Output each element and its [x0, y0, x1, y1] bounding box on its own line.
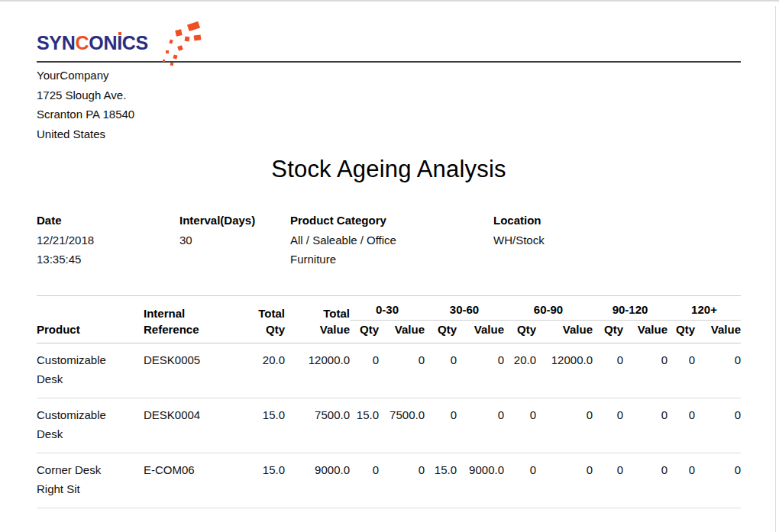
address-line: United States — [37, 124, 741, 144]
company-logo: SYNCONICS — [37, 20, 741, 56]
meta-value: All / Saleable / Office — [290, 231, 451, 250]
bucket-value-cell: 0 — [593, 343, 623, 398]
stock-ageing-table: Internal Total Total 0-30 30-60 60-90 90… — [37, 295, 741, 508]
bucket-header-30-60: 30-60 — [425, 295, 504, 320]
header-qty: Qty — [593, 320, 623, 343]
logo-part: SYN — [37, 32, 76, 53]
logo-dotted-i: I — [117, 32, 122, 54]
total-value-cell: 12000.0 — [285, 343, 350, 398]
bucket-value-cell: 0 — [350, 453, 379, 508]
meta-interval: Interval(Days) 30 — [179, 211, 290, 269]
synconics-logo-text: SYNCONICS — [37, 32, 148, 54]
bucket-header-60-90: 60-90 — [504, 295, 593, 320]
total-value-cell: 9000.0 — [285, 453, 350, 508]
page-title: Stock Ageing Analysis — [37, 156, 741, 183]
logo-part: CS — [122, 32, 148, 53]
bucket-value-cell: 7500.0 — [379, 398, 425, 453]
company-name: YourCompany — [37, 66, 741, 85]
bucket-header-120plus: 120+ — [667, 295, 741, 320]
table-header: Internal Total Total 0-30 30-60 60-90 90… — [37, 295, 741, 343]
table-row: Customizable DeskDESK000415.07500.015.07… — [37, 398, 741, 453]
reference-cell: DESK0005 — [144, 343, 231, 398]
table-row: Customizable DeskDESK000520.012000.00000… — [37, 343, 741, 398]
meta-value: 30 — [179, 231, 290, 250]
header-product: Product — [37, 320, 144, 343]
bucket-value-cell: 0 — [536, 453, 593, 508]
address-line: 1725 Slough Ave. — [37, 85, 741, 105]
table-body: Customizable DeskDESK000520.012000.00000… — [37, 343, 741, 508]
bucket-value-cell: 0 — [667, 343, 695, 398]
bucket-value-cell: 0 — [350, 343, 379, 398]
logo-part: ON — [89, 32, 117, 53]
bucket-group-header-row: Internal Total Total 0-30 30-60 60-90 90… — [37, 295, 741, 320]
bucket-value-cell: 0 — [667, 398, 695, 453]
report-page: SYNCONICS YourCompany 1725 Slough Ave. S… — [0, 0, 779, 532]
bucket-value-cell: 0 — [667, 453, 695, 508]
bucket-value-cell: 20.0 — [504, 343, 536, 398]
header-total-qty-line1: Total — [231, 295, 285, 320]
header-total-value-line1: Total — [285, 295, 350, 320]
meta-label: Date — [37, 211, 179, 231]
total-qty-cell: 15.0 — [231, 398, 285, 453]
product-cell: Customizable Desk — [37, 398, 144, 453]
bucket-value-cell: 9000.0 — [457, 453, 504, 508]
bucket-value-cell: 0 — [425, 398, 457, 453]
meta-label: Product Category — [290, 211, 451, 231]
reference-cell: E-COM06 — [144, 453, 231, 508]
window-top-edge — [0, 0, 779, 2]
header-value: Value — [695, 320, 741, 343]
total-qty-cell: 20.0 — [231, 343, 285, 398]
total-qty-cell: 15.0 — [231, 453, 285, 508]
total-value-cell: 7500.0 — [285, 398, 350, 453]
header-total-qty-line2: Qty — [231, 320, 285, 343]
company-address-block: YourCompany 1725 Slough Ave. Scranton PA… — [37, 66, 741, 143]
bucket-header-90-120: 90-120 — [593, 295, 667, 320]
bucket-header-0-30: 0-30 — [350, 295, 425, 320]
header-qty: Qty — [504, 320, 536, 343]
header-qty: Qty — [425, 320, 457, 343]
product-cell: Customizable Desk — [37, 343, 144, 398]
header-qty: Qty — [667, 320, 695, 343]
bucket-value-cell: 0 — [593, 453, 623, 508]
bucket-value-cell: 15.0 — [350, 398, 379, 453]
meta-label: Interval(Days) — [179, 211, 290, 231]
bucket-value-cell: 0 — [379, 343, 425, 398]
header-internal-line2: Reference — [144, 320, 231, 343]
meta-label: Location — [493, 211, 741, 231]
meta-location: Location WH/Stock — [493, 211, 741, 269]
bucket-value-cell: 0 — [695, 453, 741, 508]
bucket-value-cell: 0 — [593, 398, 623, 453]
bucket-value-cell: 12000.0 — [536, 343, 593, 398]
report-meta-section: Date 12/21/2018 13:35:45 Interval(Days) … — [37, 211, 741, 269]
address-line: Scranton PA 18540 — [37, 105, 741, 124]
bucket-value-cell: 0 — [623, 453, 667, 508]
reference-cell: DESK0004 — [144, 398, 231, 453]
header-qty: Qty — [350, 320, 379, 343]
header-value: Value — [457, 320, 504, 343]
header-value: Value — [623, 320, 667, 343]
meta-value: WH/Stock — [493, 231, 741, 250]
meta-value: 12/21/2018 — [37, 231, 179, 250]
report-content: SYNCONICS YourCompany 1725 Slough Ave. S… — [0, 0, 779, 508]
bucket-value-cell: 0 — [623, 343, 667, 398]
header-spacer — [37, 295, 144, 320]
bucket-value-cell: 0 — [425, 343, 457, 398]
bucket-value-cell: 0 — [504, 398, 536, 453]
header-value: Value — [379, 320, 425, 343]
bucket-value-cell: 0 — [623, 398, 667, 453]
bucket-value-cell: 0 — [457, 398, 504, 453]
window-right-edge — [775, 6, 776, 532]
meta-value: Furniture — [290, 250, 451, 269]
logo-part-orange-c: C — [76, 32, 89, 53]
header-divider — [37, 61, 741, 63]
meta-value: 13:35:45 — [37, 250, 179, 269]
header-total-value-line2: Value — [285, 320, 350, 343]
header-value: Value — [536, 320, 593, 343]
bucket-value-cell: 15.0 — [425, 453, 457, 508]
table-row: Corner Desk Right SitE-COM0615.09000.000… — [37, 453, 741, 508]
column-header-row: Product Reference Qty Value Qty Value Qt… — [37, 320, 741, 343]
bucket-value-cell: 0 — [457, 343, 504, 398]
product-cell: Corner Desk Right Sit — [37, 453, 144, 508]
bucket-value-cell: 0 — [379, 453, 425, 508]
meta-product-category: Product Category All / Saleable / Office… — [290, 211, 493, 269]
